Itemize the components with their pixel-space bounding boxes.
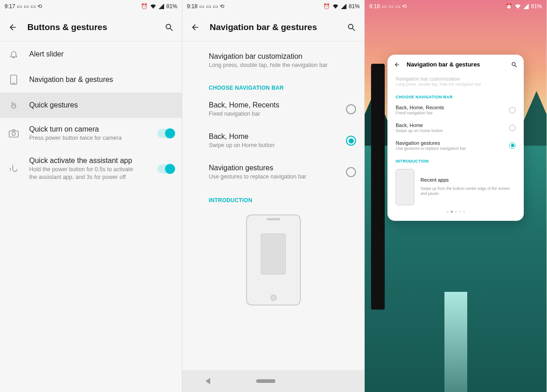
intro-title: Recent apps	[421, 177, 516, 183]
section-choose-nav: CHOOSE NAVIGATION BAR	[394, 90, 517, 101]
camera-icon	[8, 128, 19, 139]
nav-back-icon[interactable]	[206, 378, 210, 384]
alarm-icon: ⏰	[506, 3, 512, 10]
dot-active[interactable]	[451, 211, 453, 213]
item-quick-gestures[interactable]: Quick gestures	[0, 92, 182, 118]
back-button[interactable]	[190, 22, 201, 33]
item-sub: Long press, double tap, hide the navigat…	[396, 82, 516, 87]
status-bar: 9:17 ▭ ▭ ▭ ⟲ ⏰ 81%	[0, 0, 182, 13]
section-introduction: INTRODUCTION	[394, 154, 517, 165]
item-sub: Fixed navigation bar	[396, 111, 509, 115]
system-nav-bar	[182, 370, 364, 392]
status-time: 9:18	[187, 3, 197, 10]
dot[interactable]	[447, 211, 449, 213]
status-sync-icon: ⟲	[37, 3, 42, 10]
assistant-icon	[8, 163, 19, 174]
radio-navigation-gestures[interactable]: Navigation gestures Use gestures to repl…	[182, 157, 364, 188]
section-introduction: INTRODUCTION	[182, 188, 364, 206]
toggle-assistant[interactable]	[157, 164, 174, 173]
header: Buttons & gestures	[0, 13, 182, 41]
item-customization[interactable]: Navigation bar customization Long press,…	[182, 41, 364, 76]
radio-back-home-recents[interactable]: Back, Home, Recents Fixed navigation bar	[182, 94, 364, 125]
svg-line-7	[353, 29, 355, 31]
wifi-icon	[150, 4, 156, 9]
alarm-icon: ⏰	[323, 3, 330, 10]
svg-line-1	[170, 29, 173, 31]
card-header: Navigation bar & gestures	[394, 61, 517, 68]
intro-preview: Recent apps Swipe up from the bottom cen…	[394, 165, 517, 205]
item-label: Alert slider	[29, 50, 174, 58]
status-icon: ▭	[24, 3, 29, 10]
search-button[interactable]	[164, 22, 175, 33]
battery-percent: 81%	[531, 3, 542, 10]
status-icon: ▭	[206, 3, 211, 10]
item-label: Navigation bar customization	[396, 76, 516, 81]
item-sub: Swipe up on Home button	[396, 128, 509, 133]
dot[interactable]	[463, 211, 465, 213]
item-sub: Use gestures to replace navigation bar	[396, 146, 509, 151]
section-choose-nav: CHOOSE NAVIGATION BAR	[182, 76, 364, 94]
signal-icon	[523, 4, 529, 9]
item-label: Back, Home	[209, 132, 336, 141]
back-button[interactable]	[394, 61, 400, 68]
status-icon: ▭	[31, 3, 36, 10]
item-sub: Hold the power button for 0.5s to activa…	[29, 166, 139, 181]
item-label: Navigation gestures	[396, 140, 509, 146]
item-label: Back, Home, Recents	[396, 105, 509, 110]
svg-point-6	[348, 24, 353, 29]
dot[interactable]	[459, 211, 461, 213]
item-assistant[interactable]: Quick activate the assistant app Hold th…	[0, 149, 182, 188]
radio-indicator[interactable]	[346, 136, 356, 146]
header: Navigation bar & gestures	[182, 13, 364, 41]
item-navigation-bar[interactable]: Navigation bar & gestures	[0, 67, 182, 92]
search-button[interactable]	[511, 61, 517, 68]
item-sub: Fixed navigation bar	[209, 110, 336, 118]
radio-indicator[interactable]	[509, 143, 516, 149]
status-icon: ▭	[382, 3, 387, 10]
item-label: Navigation bar customization	[209, 52, 356, 61]
item-label: Quick activate the assistant app	[29, 157, 147, 165]
status-icon: ▭	[395, 3, 400, 10]
status-bar: 9:18 ▭ ▭ ▭ ⟲ ⏰ 81%	[365, 0, 547, 13]
screen-buttons-and-gestures: 9:17 ▭ ▭ ▭ ⟲ ⏰ 81% Buttons & gestures	[0, 0, 182, 392]
item-label: Quick gestures	[29, 101, 174, 109]
item-label: Navigation gestures	[209, 164, 336, 172]
radio-back-home-recents[interactable]: Back, Home, Recents Fixed navigation bar	[394, 101, 517, 119]
search-button[interactable]	[346, 22, 357, 33]
radio-indicator[interactable]	[346, 167, 356, 177]
status-bar: 9:18 ▭ ▭ ▭ ⟲ ⏰ 81%	[182, 0, 364, 13]
item-label: Back, Home, Recents	[209, 101, 336, 109]
radio-indicator[interactable]	[346, 104, 356, 114]
screen-recents-overlay: 9:18 ▭ ▭ ▭ ⟲ ⏰ 81% Navigation bar & gest…	[365, 0, 547, 392]
status-sync-icon: ⟲	[220, 3, 224, 10]
item-label: Navigation bar & gestures	[29, 76, 174, 84]
radio-back-home[interactable]: Back, Home Swipe up on Home button	[182, 125, 364, 157]
toggle-quick-camera[interactable]	[157, 129, 174, 138]
radio-indicator[interactable]	[509, 107, 516, 113]
screen-navigation-bar-gestures: 9:18 ▭ ▭ ▭ ⟲ ⏰ 81% Navigation bar & gest…	[182, 0, 365, 392]
dot[interactable]	[455, 211, 457, 213]
battery-percent: 81%	[349, 3, 360, 10]
previous-recent-card[interactable]	[371, 64, 385, 310]
phone-icon	[8, 74, 19, 85]
intro-sub: Swipe up from the bottom center edge of …	[421, 186, 516, 196]
svg-line-9	[515, 65, 517, 67]
page-title: Navigation bar & gestures	[210, 22, 337, 32]
alarm-icon: ⏰	[141, 3, 148, 10]
item-sub: Swipe up on Home button	[209, 142, 336, 149]
item-label: Back, Home	[396, 122, 509, 128]
nav-home-pill[interactable]	[256, 379, 275, 383]
status-icon: ▭	[213, 3, 218, 10]
svg-point-8	[512, 62, 515, 66]
item-alert-slider[interactable]: Alert slider	[0, 41, 182, 67]
svg-point-5	[12, 132, 15, 136]
item-quick-camera[interactable]: Quick turn on camera Press power button …	[0, 118, 182, 149]
status-sync-icon: ⟲	[402, 3, 407, 10]
radio-back-home[interactable]: Back, Home Swipe up on Home button	[394, 119, 517, 137]
battery-percent: 81%	[166, 3, 177, 10]
back-button[interactable]	[7, 22, 18, 33]
radio-indicator[interactable]	[509, 125, 516, 131]
radio-navigation-gestures[interactable]: Navigation gestures Use gestures to repl…	[394, 137, 517, 154]
item-sub: Long press, double tap, hide the navigat…	[209, 61, 356, 69]
recent-card-settings[interactable]: Navigation bar & gestures Navigation bar…	[387, 55, 524, 221]
